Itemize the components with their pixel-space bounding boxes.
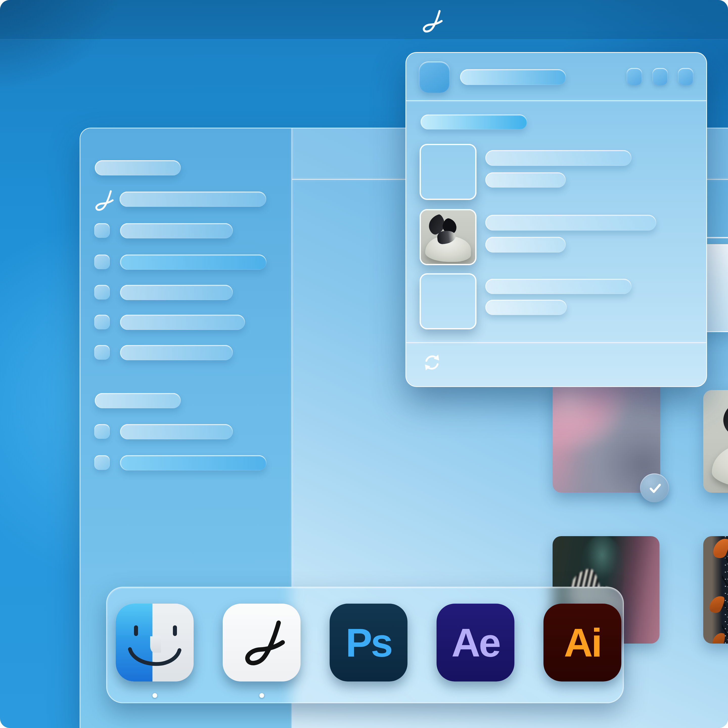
dock-aftereffects-icon[interactable]: Ae <box>437 604 514 682</box>
dock-photoshop-icon[interactable]: Ps <box>330 604 407 682</box>
sidebar-item-1-label-placeholder <box>120 223 233 239</box>
butterfly-sculpture-image <box>703 390 728 492</box>
menu-bar <box>0 0 728 40</box>
sidebar-item-1[interactable] <box>80 223 291 239</box>
thumbnail-green-leaf <box>420 273 477 329</box>
asset-2-line2-placeholder <box>485 237 566 252</box>
sidebar-item-2-label-placeholder <box>120 255 266 270</box>
asset-1-line2-placeholder <box>485 173 566 188</box>
adobe-express-running-indicator <box>259 693 264 698</box>
dock-finder-icon[interactable] <box>116 604 194 682</box>
asset-list-item-1[interactable] <box>406 142 706 197</box>
sidebar-item-7[interactable] <box>80 455 291 471</box>
sidebar-item-2-icon <box>94 255 110 269</box>
sidebar-item-3-label-placeholder <box>120 285 233 300</box>
finder-running-indicator <box>153 693 157 698</box>
sidebar-section-placeholder <box>95 393 181 408</box>
sync-button[interactable] <box>422 352 442 373</box>
window-control-3[interactable] <box>678 68 693 85</box>
sidebar-item-2[interactable] <box>80 255 291 270</box>
sidebar-title-placeholder <box>95 160 181 176</box>
asset-2-line1-placeholder <box>485 215 656 231</box>
popup-window <box>405 52 707 387</box>
sidebar-logo-a-icon <box>90 189 116 212</box>
dock-illustrator-icon[interactable]: Ai <box>543 604 621 682</box>
popup-header-divider <box>406 100 706 101</box>
sidebar-item-4-icon <box>94 315 110 329</box>
illustrator-label: Ai <box>543 604 621 682</box>
sidebar-item-7-label-placeholder <box>120 455 266 470</box>
dock: Ps Ae Ai <box>106 587 624 703</box>
dock-adobe-express-icon[interactable] <box>223 604 301 682</box>
sidebar-item-5-label-placeholder <box>120 345 233 360</box>
finder-face <box>116 604 194 682</box>
status-badge-complete[interactable] <box>640 473 669 502</box>
popup-title-placeholder <box>460 69 566 85</box>
window-control-2[interactable] <box>652 68 668 85</box>
sidebar-item-7-icon <box>94 455 110 470</box>
photo-dark-wing[interactable] <box>703 536 728 644</box>
sync-icon <box>422 352 442 373</box>
sidebar-item-6[interactable] <box>80 424 291 440</box>
asset-list-item-3[interactable] <box>406 271 706 327</box>
sidebar-item-6-icon <box>94 424 110 439</box>
dark-wing-image <box>703 536 728 644</box>
search-input-placeholder[interactable] <box>421 115 527 129</box>
photoshop-label: Ps <box>330 604 407 682</box>
pink-abstract-image <box>552 381 660 492</box>
window-control-1[interactable] <box>627 68 642 85</box>
sidebar-item-1-icon <box>94 223 110 238</box>
popup-app-icon[interactable] <box>419 61 450 93</box>
popup-footer-divider <box>406 342 706 343</box>
sidebar-item-6-label-placeholder <box>120 424 233 439</box>
asset-list-item-2[interactable] <box>406 207 706 263</box>
sidebar-item-4-label-placeholder <box>120 315 245 330</box>
thumbnail-butterfly-sculpture <box>420 209 477 265</box>
adobe-script-a <box>236 618 289 667</box>
sidebar-item-4[interactable] <box>80 315 291 330</box>
asset-3-line1-placeholder <box>485 279 632 294</box>
menu-logo-a-icon <box>418 9 445 34</box>
asset-3-line2-placeholder <box>485 300 567 315</box>
sidebar-item-3[interactable] <box>80 285 291 301</box>
check-icon <box>646 480 663 496</box>
desktop: Ps Ae Ai <box>0 0 728 728</box>
sidebar-item-3-icon <box>94 285 110 300</box>
asset-1-line1-placeholder <box>485 150 632 166</box>
sidebar-item-home[interactable] <box>119 191 266 207</box>
photo-butterfly-sculpture[interactable] <box>703 390 728 492</box>
thumbnail-liquid-chrome <box>420 144 477 200</box>
photo-pink-abstract[interactable] <box>552 381 660 492</box>
sidebar-item-5[interactable] <box>80 345 291 361</box>
sidebar-item-5-icon <box>94 345 110 360</box>
aftereffects-label: Ae <box>437 604 514 682</box>
